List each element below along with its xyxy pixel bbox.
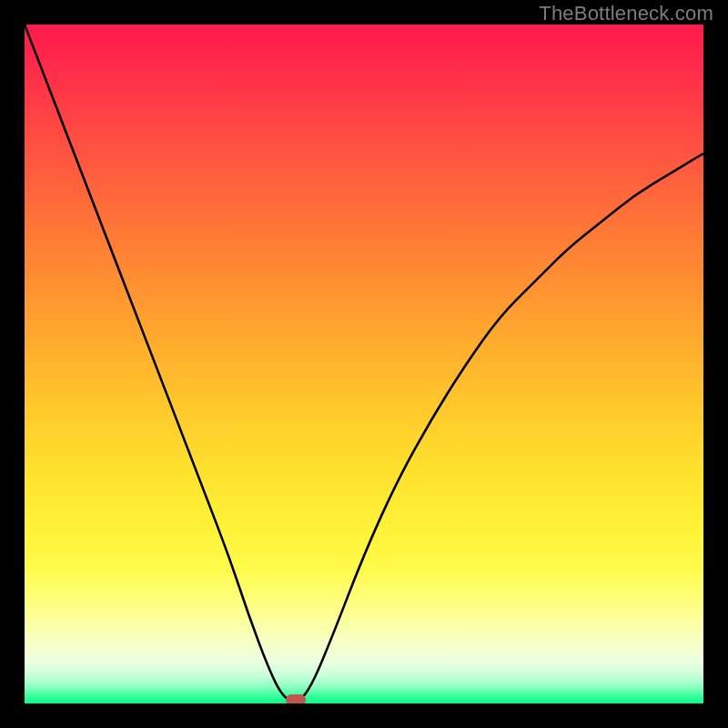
plot-area <box>25 25 703 703</box>
watermark-text: TheBottleneck.com <box>539 2 713 25</box>
bottleneck-curve <box>25 25 703 703</box>
chart-frame: TheBottleneck.com <box>0 0 728 728</box>
minimum-marker <box>286 694 306 703</box>
